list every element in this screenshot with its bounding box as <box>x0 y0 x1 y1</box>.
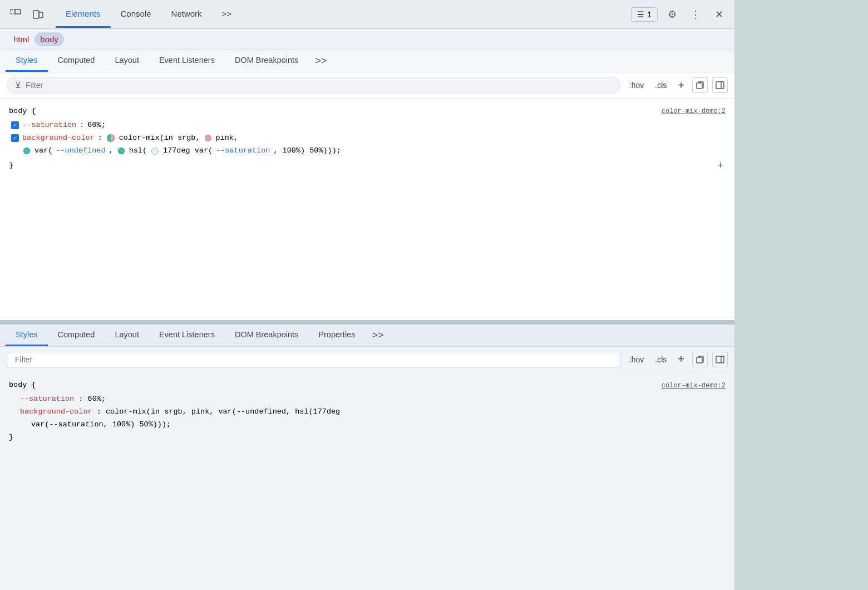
upper-css-code: body { color-mix-demo:2 ✓ --saturation :… <box>0 99 734 181</box>
upper-subtabs-bar: Styles Computed Layout Event Listeners D… <box>0 50 734 72</box>
lower-prop1-line: --saturation : 60%; <box>9 393 726 406</box>
lower-subtabs-bar: Styles Computed Layout Event Listeners D… <box>0 324 734 347</box>
prop1-checkbox[interactable]: ✓ <box>11 121 19 129</box>
lower-css-selector-line: body { color-mix-demo:2 <box>9 379 726 392</box>
upper-closing-brace: } <box>9 160 13 173</box>
upper-closing-brace-line: } + <box>9 158 726 175</box>
subtab-event-listeners-lower[interactable]: Event Listeners <box>149 324 225 346</box>
prop2-func: color-mix(in srgb, <box>119 132 200 145</box>
settings-icon[interactable]: ⚙ <box>663 6 681 23</box>
prop1-name: --saturation <box>22 119 76 132</box>
subtab-more-lower[interactable]: >> <box>365 325 390 346</box>
svg-rect-3 <box>39 12 43 18</box>
lower-prop2-line: background-color : color-mix(in srgb, pi… <box>9 406 726 419</box>
lower-filter-input-wrap <box>7 352 620 367</box>
prop1-colon: : <box>80 119 84 132</box>
add-rule-button-upper[interactable]: + <box>674 77 688 94</box>
copy-styles-icon-lower[interactable] <box>692 352 708 367</box>
subtab-layout-lower[interactable]: Layout <box>105 324 149 346</box>
lower-filter-bar: :hov .cls + <box>0 347 734 372</box>
prop3-var-start: var( <box>34 145 52 158</box>
cls-button-lower[interactable]: .cls <box>652 353 670 366</box>
breadcrumb-body[interactable]: body <box>34 32 64 46</box>
hov-button-upper[interactable]: :hov <box>626 79 647 91</box>
toggle-sidebar-icon-lower[interactable] <box>712 352 728 367</box>
subtab-styles-lower[interactable]: Styles <box>6 324 48 346</box>
devtools-topbar-right: ☰ 1 ⚙ ⋮ ✕ <box>631 6 728 23</box>
svg-rect-2 <box>33 11 39 18</box>
add-prop-button-upper[interactable]: + <box>715 158 726 175</box>
subtab-computed-lower[interactable]: Computed <box>48 324 105 346</box>
device-toggle-icon[interactable] <box>29 6 47 23</box>
lower-closing-brace-line: } <box>9 431 726 444</box>
svg-rect-1 <box>15 9 21 14</box>
prop3-saturation: --saturation <box>216 145 270 158</box>
lower-prop2-value: : color-mix(in srgb, pink, var(--undefin… <box>97 407 340 416</box>
subtab-styles-upper[interactable]: Styles <box>6 50 48 72</box>
breadcrumb-html[interactable]: html <box>8 32 34 46</box>
prop3-undefined: --undefined <box>56 145 105 158</box>
prop3-hsl-content: 177deg var( <box>163 145 213 158</box>
prop2-colon: : <box>98 132 102 145</box>
svg-rect-8 <box>716 356 724 363</box>
upper-css-source[interactable]: color-mix-demo:2 <box>662 106 726 117</box>
lower-filter-actions: :hov .cls + <box>626 351 728 367</box>
tab-elements[interactable]: Elements <box>56 1 111 28</box>
teal-swatch1[interactable] <box>23 148 30 154</box>
color-mix-swatch[interactable] <box>107 134 115 142</box>
issues-icon: ☰ <box>637 10 644 19</box>
upper-panel: Styles Computed Layout Event Listeners D… <box>0 50 734 324</box>
lower-css-code: body { color-mix-demo:2 --saturation : 6… <box>0 372 734 451</box>
upper-css-selector: body { <box>9 105 36 118</box>
lower-prop1-name: --saturation <box>20 395 74 403</box>
breadcrumb: html body <box>0 29 734 50</box>
lower-prop3-line: var(--saturation, 100%) 50%))); <box>9 419 726 431</box>
hov-button-lower[interactable]: :hov <box>626 353 647 366</box>
teal-swatch2[interactable] <box>118 148 125 154</box>
lower-panel: Styles Computed Layout Event Listeners D… <box>0 324 734 590</box>
upper-filter-actions: :hov .cls + <box>626 77 728 94</box>
svg-rect-5 <box>716 82 724 88</box>
prop3-var-comma: , <box>109 145 114 158</box>
prop1-value: 60%; <box>87 119 105 132</box>
devtools-main-tabs: Elements Console Network >> <box>56 1 241 28</box>
subtab-dom-breakpoints-lower[interactable]: DOM Breakpoints <box>225 324 308 346</box>
lower-css-selector: body { <box>9 379 36 392</box>
more-options-icon[interactable]: ⋮ <box>687 6 704 23</box>
copy-styles-icon-upper[interactable] <box>692 77 708 93</box>
prop3-hsl-start: hsl( <box>129 145 147 158</box>
filter-funnel-icon: ⊻ <box>15 80 21 90</box>
issues-badge[interactable]: ☰ 1 <box>631 7 658 22</box>
upper-filter-input[interactable] <box>26 81 612 90</box>
issues-count: 1 <box>647 10 652 19</box>
svg-rect-0 <box>11 9 15 14</box>
tab-network[interactable]: Network <box>161 1 212 28</box>
upper-filter-bar: ⊻ :hov .cls + <box>0 72 734 99</box>
pink-swatch[interactable] <box>205 135 211 141</box>
prop2-name: background-color <box>22 132 95 145</box>
subtab-computed-upper[interactable]: Computed <box>48 50 105 72</box>
upper-prop3-line: var(--undefined, hsl(177deg var(--satura… <box>11 145 726 158</box>
svg-rect-4 <box>697 83 702 88</box>
prop2-pink: pink, <box>216 132 239 145</box>
upper-prop1-line: ✓ --saturation : 60%; <box>11 119 726 132</box>
inspect-element-icon[interactable] <box>7 6 24 23</box>
toggle-sidebar-icon-upper[interactable] <box>712 77 728 93</box>
subtab-more-upper[interactable]: >> <box>308 51 333 71</box>
tab-more[interactable]: >> <box>212 1 242 28</box>
add-rule-button-lower[interactable]: + <box>674 351 688 367</box>
cls-button-upper[interactable]: .cls <box>652 79 670 91</box>
subtab-event-listeners-upper[interactable]: Event Listeners <box>149 50 225 72</box>
subtab-properties-lower[interactable]: Properties <box>308 324 365 346</box>
prop3-hsl-end: , 100%) 50%))); <box>273 145 341 158</box>
tab-console[interactable]: Console <box>111 1 161 28</box>
lower-css-source[interactable]: color-mix-demo:2 <box>662 380 726 391</box>
hsl-circle[interactable] <box>151 148 159 155</box>
prop2-checkbox[interactable]: ✓ <box>11 134 19 142</box>
lower-filter-input[interactable] <box>15 355 612 364</box>
subtab-layout-upper[interactable]: Layout <box>105 50 149 72</box>
svg-rect-7 <box>697 357 702 363</box>
subtab-dom-breakpoints-upper[interactable]: DOM Breakpoints <box>225 50 308 72</box>
close-icon[interactable]: ✕ <box>710 6 728 23</box>
upper-css-selector-line: body { color-mix-demo:2 <box>9 105 726 118</box>
